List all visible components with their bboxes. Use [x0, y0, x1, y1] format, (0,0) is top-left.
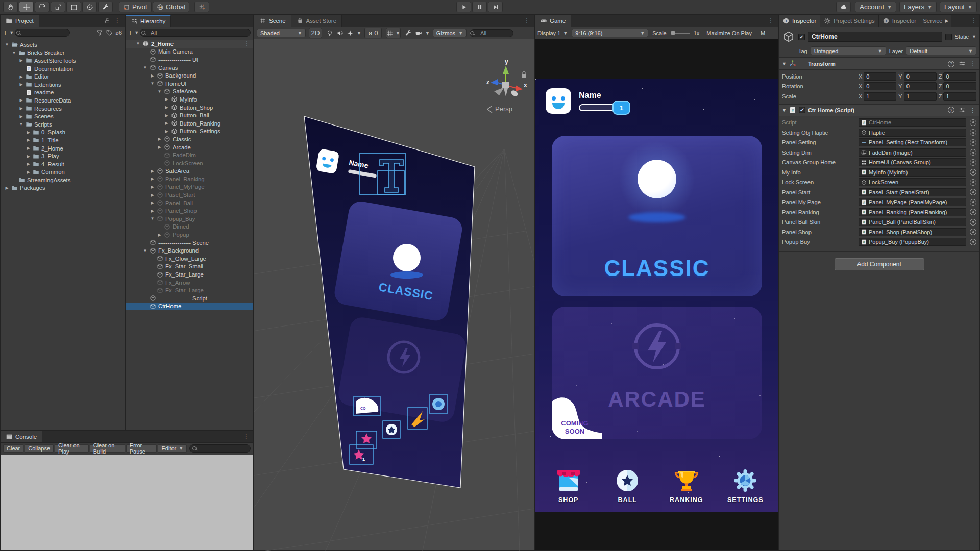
transform-component-header[interactable]: ▼ Transform ?⋮	[779, 58, 979, 70]
foldout-icon[interactable]: ▼	[18, 122, 24, 127]
hierarchy-item-fx-star-small[interactable]: Fx_Star_Small	[126, 263, 253, 271]
panel-menu-icon[interactable]: ⋮	[524, 17, 530, 24]
hierarchy-item-lockscreen[interactable]: LockScreen	[126, 159, 253, 167]
hierarchy-item-panel-ball[interactable]: ▶Panel_Ball	[126, 199, 253, 207]
project-item-scenes[interactable]: ▶Scenes	[1, 112, 125, 120]
lock-open-icon[interactable]	[104, 17, 111, 24]
project-item-common[interactable]: ▶Common	[1, 168, 125, 177]
foldout-icon[interactable]: ▶	[18, 98, 24, 103]
hierarchy-item-button-ball[interactable]: ▶Button_Ball	[126, 111, 253, 119]
nav-button-ranking[interactable]: RANKING	[657, 467, 716, 504]
component-menu-icon[interactable]: ⋮	[970, 60, 976, 67]
hierarchy-item-fx-star-large[interactable]: Fx_Star_Large	[126, 286, 253, 294]
rotation-z-field[interactable]	[943, 82, 976, 90]
project-item-readme[interactable]: readme	[1, 89, 125, 97]
scale-slider[interactable]	[671, 31, 690, 35]
gameobject-cube-icon[interactable]	[782, 30, 795, 43]
persp-label[interactable]: Persp	[495, 105, 512, 113]
hierarchy-item-panel-shop[interactable]: ▶Panel_Shop	[126, 207, 253, 215]
scene-options-icon[interactable]: ⋮	[243, 40, 250, 47]
persp-toggle-icon[interactable]	[487, 106, 492, 113]
search-by-type-icon[interactable]	[96, 29, 103, 36]
audio-toggle-icon[interactable]	[336, 30, 344, 37]
hierarchy-item-safearea[interactable]: ▼SafeArea	[126, 88, 253, 96]
transform-tool-button[interactable]	[82, 2, 97, 12]
account-dropdown[interactable]: Account▼	[855, 2, 896, 12]
object-field-panel-ranking[interactable]: #Panel_Ranking (PanelRanking)	[859, 208, 966, 216]
foldout-icon[interactable]: ▶	[149, 209, 156, 213]
object-picker-icon[interactable]	[970, 199, 976, 206]
project-item-resourcedata[interactable]: ▶ResourceData	[1, 96, 125, 105]
grid-snap-button[interactable]	[194, 2, 209, 12]
hierarchy-item-main-camera[interactable]: Main Camera	[126, 48, 253, 56]
object-picker-icon[interactable]	[970, 149, 976, 156]
object-field-lock-screen[interactable]: LockScreen	[859, 178, 966, 186]
layout-dropdown[interactable]: Layout▼	[940, 2, 977, 12]
display-dropdown[interactable]: Display 1▼	[537, 30, 568, 36]
tab-hierarchy[interactable]: Hierarchy	[126, 15, 171, 27]
chevron-down-icon[interactable]: ▼	[425, 31, 430, 36]
aspect-ratio-dropdown[interactable]: 9:16 (9:16)▼	[572, 29, 648, 37]
foldout-icon[interactable]: ▶	[25, 170, 32, 174]
hierarchy-item-ctrhome[interactable]: CtrHome	[126, 303, 253, 311]
project-item-1-title[interactable]: ▶1_Title	[1, 136, 125, 144]
position-y-field[interactable]	[904, 72, 937, 81]
arcade-card[interactable]: ARCADE COMINGSOON	[552, 307, 762, 439]
panel-menu-icon[interactable]: ⋮	[243, 433, 250, 440]
error-pause-button[interactable]: Error Pause	[126, 444, 157, 453]
object-field-setting-obj-haptic[interactable]: Haptic	[859, 129, 966, 137]
camera-settings-icon[interactable]	[415, 30, 422, 37]
foldout-icon[interactable]: ▶	[156, 233, 163, 237]
project-item-0-splash[interactable]: ▶0_Splash	[1, 129, 125, 137]
project-item-assetstoretools[interactable]: ▶AssetStoreTools	[1, 57, 125, 65]
hierarchy-item-background[interactable]: ▶Background	[126, 71, 253, 80]
cloud-button[interactable]	[836, 2, 851, 12]
clear-on-build-button[interactable]: Clear on Build	[90, 444, 125, 453]
foldout-icon[interactable]: ▶	[149, 201, 156, 205]
object-picker-icon[interactable]	[970, 219, 976, 226]
foldout-icon[interactable]: ▶	[18, 114, 24, 119]
hierarchy-item-2-home[interactable]: ▼2_Home⋮	[126, 40, 253, 48]
object-field-my-info[interactable]: #MyInfo (MyInfo)	[859, 168, 966, 177]
component-menu-icon[interactable]: ⋮	[970, 107, 976, 114]
foldout-icon[interactable]: ▶	[149, 185, 156, 189]
global-toggle[interactable]: Global	[153, 2, 190, 12]
object-picker-icon[interactable]	[970, 179, 976, 186]
object-field-panel-shop[interactable]: #Panel_Shop (PanelShop)	[859, 228, 966, 236]
search-by-label-icon[interactable]	[106, 29, 113, 36]
custom-tool-button[interactable]	[98, 2, 113, 12]
grid-visibility-button[interactable]: ▼	[386, 28, 401, 38]
rotation-y-field[interactable]	[904, 82, 937, 90]
hierarchy-item-fx-background[interactable]: ▼Fx_Background	[126, 246, 253, 255]
object-picker-icon[interactable]	[970, 189, 976, 195]
orientation-gizmo[interactable]: y z x	[486, 58, 527, 97]
object-field-canvas-group-home[interactable]: HomeUI (Canvas Group)	[859, 158, 966, 166]
foldout-icon[interactable]: ▶	[163, 105, 170, 110]
tab-scene[interactable]: Scene	[254, 15, 291, 27]
clear-button[interactable]: Clear	[3, 444, 23, 453]
pause-button[interactable]	[472, 2, 487, 12]
object-field-script[interactable]: #CtrHome	[859, 118, 966, 127]
foldout-icon[interactable]: ▶	[18, 106, 24, 111]
hidden-count-toggle[interactable]: ø6	[115, 30, 122, 36]
foldout-icon[interactable]: ▼	[11, 51, 17, 55]
project-item-documentation[interactable]: Documentation	[1, 65, 125, 73]
console-search-input[interactable]	[189, 444, 251, 453]
project-item-bricks-breaker[interactable]: ▼Bricks Breaker	[1, 49, 125, 57]
game-render[interactable]: Name 1 CLASSIC ARCADE COMINGSOON SHOPBAL…	[535, 79, 779, 512]
tab-asset-store[interactable]: Asset Store	[291, 15, 342, 27]
object-picker-icon[interactable]	[970, 129, 976, 136]
foldout-icon[interactable]: ▶	[18, 58, 24, 63]
chevron-down-icon[interactable]: ▼	[134, 30, 139, 35]
foldout-icon[interactable]: ▶	[163, 97, 170, 102]
hierarchy-item-button-settings[interactable]: ▶Button_Settings	[126, 128, 253, 136]
mute-audio-button[interactable]: M	[761, 30, 765, 36]
project-item-resources[interactable]: ▶Resources	[1, 105, 125, 113]
panel-menu-icon[interactable]: ⋮	[768, 17, 774, 24]
pivot-toggle[interactable]: Pivot	[119, 2, 152, 12]
project-item-streamingassets[interactable]: StreamingAssets	[1, 176, 125, 184]
gameobject-name-field[interactable]	[808, 32, 942, 42]
help-icon[interactable]: ?	[948, 61, 954, 67]
foldout-icon[interactable]: ▼	[149, 81, 156, 86]
foldout-icon[interactable]: ▶	[163, 129, 170, 134]
